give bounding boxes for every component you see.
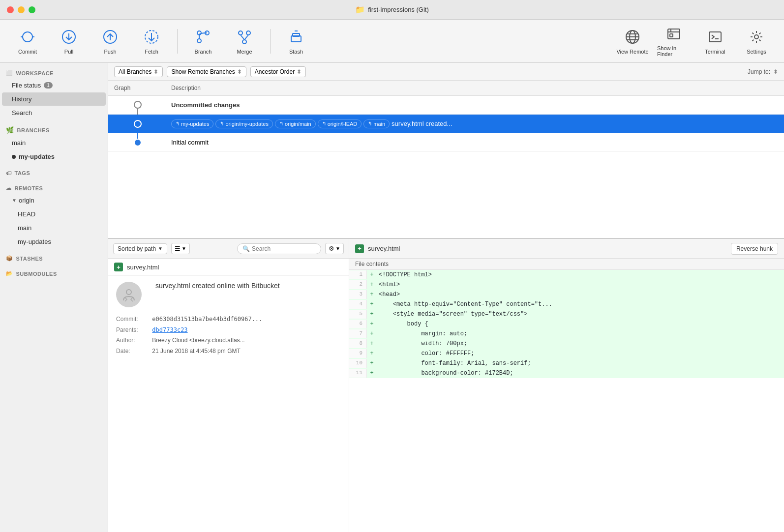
branch-pill-icon-2: ↰: [220, 121, 224, 126]
svg-rect-29: [709, 32, 721, 42]
diff-lines: 1+<!DOCTYPE html>2+<html>3+<head>4+ <met…: [349, 270, 784, 378]
svg-point-37: [134, 139, 141, 146]
tags-icon: 🏷: [6, 170, 12, 176]
sidebar-branch-my-updates[interactable]: my-updates: [2, 150, 106, 163]
file-status-badge: 1: [44, 82, 53, 89]
close-button[interactable]: [7, 6, 14, 13]
toolbar-separator-1: [177, 29, 178, 54]
list-view-button[interactable]: ☰ ▼: [171, 243, 190, 254]
commit-info: survey.html created online with Bitbucke…: [108, 276, 349, 532]
terminal-button[interactable]: Terminal: [695, 23, 735, 60]
svg-rect-19: [293, 33, 300, 36]
branches-icon: 🌿: [6, 126, 14, 134]
window-title: 📁 first-impressions (Git): [355, 5, 429, 14]
diff-line: 4+ <meta http-equiv="Content-Type" conte…: [349, 299, 784, 309]
sort-by-path-button[interactable]: Sorted by path ▼: [113, 243, 167, 254]
settings-icon: [748, 28, 765, 46]
pill-main: ↰ main: [363, 119, 390, 128]
view-remote-icon: [624, 28, 641, 46]
svg-point-31: [754, 35, 758, 39]
sidebar-item-history[interactable]: History: [2, 92, 106, 106]
settings-button[interactable]: Settings: [737, 23, 776, 60]
diff-line: 10+ font-family: Arial, sans-serif;: [349, 358, 784, 368]
stash-button[interactable]: Stash: [276, 23, 316, 60]
workspace-icon: ⬜: [6, 70, 13, 76]
push-button[interactable]: Push: [90, 23, 130, 60]
svg-point-35: [134, 120, 141, 127]
branch-button[interactable]: Branch: [183, 23, 223, 60]
graph-row-uncommitted[interactable]: Uncommitted changes: [108, 96, 784, 115]
sidebar-remote-origin-my-updates[interactable]: my-updates: [2, 235, 106, 248]
maximize-button[interactable]: [29, 6, 35, 13]
graph-row-initial[interactable]: Initial commit: [108, 133, 784, 152]
jump-to-arrow-icon: ⬍: [773, 68, 778, 75]
svg-rect-28: [670, 34, 673, 37]
branch-pill-icon: ↰: [176, 121, 180, 126]
ancestor-order-select[interactable]: Ancestor Order ⬍: [250, 66, 306, 77]
pill-origin-head: ↰ origin/HEAD: [318, 119, 362, 128]
content-area: All Branches ⬍ Show Remote Branches ⬍ An…: [108, 63, 784, 532]
reverse-hunk-button[interactable]: Reverse hunk: [731, 243, 778, 255]
list-view-arrow-icon: ▼: [181, 246, 186, 251]
file-search-input[interactable]: [252, 245, 316, 252]
survey-commit-desc: survey.html created...: [392, 120, 452, 127]
branch-bar: All Branches ⬍ Show Remote Branches ⬍ An…: [108, 63, 784, 81]
diff-line: 9+ color: #FFFFFF;: [349, 349, 784, 358]
graph-rows: Uncommitted changes ↰: [108, 96, 784, 238]
window-controls[interactable]: [7, 6, 35, 13]
svg-point-11: [197, 39, 201, 43]
sidebar-remote-origin[interactable]: ▼ origin: [2, 194, 106, 207]
commit-info-header: survey.html created online with Bitbucke…: [116, 282, 341, 307]
branch-icon: [194, 28, 212, 46]
svg-point-15: [242, 40, 246, 44]
diff-line: 8+ width: 700px;: [349, 339, 784, 349]
svg-point-13: [239, 31, 242, 35]
svg-line-16: [241, 35, 244, 40]
diff-panel: + survey.html Reverse hunk File contents…: [349, 239, 784, 532]
stashes-icon: 📦: [6, 255, 13, 262]
commit-meta: Commit: e06308d31513ba7be44b3df60967... …: [116, 314, 341, 356]
sidebar-branch-main[interactable]: main: [2, 136, 106, 149]
file-row-survey[interactable]: + survey.html: [108, 259, 349, 276]
parent-hash-link[interactable]: dbd7733c23: [152, 326, 187, 333]
fetch-icon: [143, 28, 160, 46]
commit-button[interactable]: Commit: [8, 23, 47, 60]
pill-origin-main: ↰ origin/main: [275, 119, 316, 128]
merge-icon: [236, 28, 253, 46]
svg-point-14: [246, 31, 250, 35]
graph-row-survey-commit[interactable]: ↰ my-updates ↰ origin/my-updates ↰ origi…: [108, 115, 784, 133]
all-branches-select[interactable]: All Branches ⬍: [114, 66, 163, 77]
submodules-section: 📂 SUBMODULES: [0, 266, 108, 279]
sidebar-item-search[interactable]: Search: [2, 106, 106, 119]
sidebar: ⬜ WORKSPACE File status 1 History Search…: [0, 63, 108, 532]
diff-line: 2+<html>: [349, 280, 784, 290]
list-icon: ☰: [175, 245, 181, 252]
show-in-finder-button[interactable]: Show in Finder: [654, 23, 694, 60]
sidebar-item-file-status[interactable]: File status 1: [2, 79, 106, 92]
merge-button[interactable]: Merge: [225, 23, 264, 60]
file-list-gear-icon: ⚙: [329, 245, 334, 252]
sidebar-remote-origin-head[interactable]: HEAD: [2, 207, 106, 221]
fetch-button[interactable]: Fetch: [132, 23, 171, 60]
stashes-section: 📦 STASHES: [0, 251, 108, 264]
avatar: [116, 282, 142, 307]
diff-header: + survey.html Reverse hunk: [349, 239, 784, 259]
pull-button[interactable]: Pull: [49, 23, 89, 60]
svg-line-17: [244, 35, 248, 40]
view-remote-button[interactable]: View Remote: [613, 23, 652, 60]
diff-line: 11+ background-color: #172B4D;: [349, 368, 784, 378]
diff-file-added-icon: +: [355, 244, 364, 253]
branch-pill-icon-5: ↰: [368, 121, 372, 126]
file-search-wrapper: 🔍: [237, 243, 321, 254]
sidebar-remote-origin-main[interactable]: main: [2, 221, 106, 235]
collapse-arrow-icon: ▼: [12, 198, 17, 203]
terminal-icon: [706, 28, 724, 46]
file-list-panel: Sorted by path ▼ ☰ ▼ 🔍 ⚙ ▼: [108, 239, 349, 532]
diff-content: 1+<!DOCTYPE html>2+<html>3+<head>4+ <met…: [349, 270, 784, 532]
graph-header: Graph Description: [108, 81, 784, 96]
branch-pill-icon-4: ↰: [322, 121, 326, 126]
minimize-button[interactable]: [18, 6, 25, 13]
file-list-settings-button[interactable]: ⚙ ▼: [325, 243, 344, 254]
toolbar-separator-2: [270, 29, 271, 54]
show-remote-select[interactable]: Show Remote Branches ⬍: [167, 66, 246, 77]
